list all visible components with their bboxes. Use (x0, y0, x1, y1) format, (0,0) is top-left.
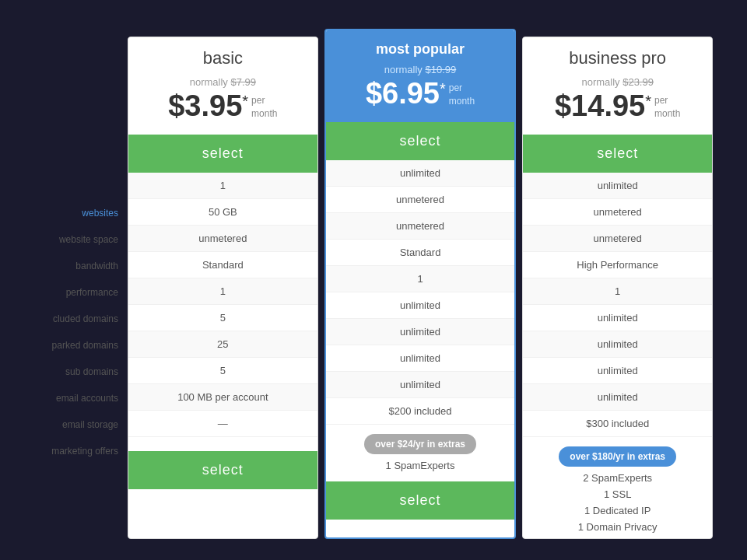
data-row-business-pro-6: unlimited (523, 331, 712, 358)
select-button-top-most-popular[interactable]: select (326, 122, 515, 160)
data-row-business-pro-0: unlimited (523, 173, 712, 199)
data-row-business-pro-3: High Performance (523, 252, 712, 278)
feature-label-cluded-domains: cluded domains (31, 306, 124, 332)
feature-label-email-accounts: email accounts (31, 385, 124, 411)
plan-name-basic: basic (136, 48, 310, 68)
features-column: websiteswebsite spacebandwidthperformanc… (31, 200, 124, 464)
select-button-top-basic[interactable]: select (128, 135, 317, 173)
data-row-most-popular-2: unmetered (326, 213, 515, 240)
data-row-basic-6: 25 (128, 331, 317, 358)
extras-item-most-popular-0: 1 SpamExperts (334, 457, 507, 474)
data-row-basic-5: 5 (128, 305, 317, 331)
extras-item-business-pro-3: 1 Domain Privacy (531, 519, 704, 535)
feature-label-bandwidth: bandwidth (31, 253, 124, 279)
feature-label-sub-domains: sub domains (31, 359, 124, 385)
data-row-business-pro-9: $300 included (523, 411, 712, 437)
price-asterisk-business-pro: * (645, 93, 651, 110)
plan-data-most-popular: unlimitedunmeteredunmeteredStandard1unli… (326, 160, 515, 425)
data-row-most-popular-8: unlimited (326, 372, 515, 398)
price-main-most-popular: $6.95 (366, 79, 440, 108)
select-button-bottom-most-popular[interactable]: select (326, 481, 515, 520)
plan-header-basic: basicnormally $7.99$3.95*permonth (128, 37, 317, 135)
select-button-bottom-basic[interactable]: select (128, 451, 317, 489)
data-row-basic-2: unmetered (128, 226, 317, 252)
data-row-most-popular-0: unlimited (326, 160, 515, 187)
data-row-business-pro-7: unlimited (523, 358, 712, 384)
data-row-business-pro-5: unlimited (523, 305, 712, 331)
extras-badge-business-pro: over $180/yr in extras (559, 446, 676, 467)
normal-price-basic: normally $7.99 (136, 76, 310, 88)
data-row-most-popular-9: $200 included (326, 398, 515, 425)
extras-badge-most-popular: over $24/yr in extras (364, 434, 476, 454)
data-row-basic-1: 50 GB (128, 199, 317, 226)
price-main-business-pro: $14.95 (555, 91, 645, 121)
price-asterisk-most-popular: * (440, 80, 446, 98)
normal-price-business-pro: normally $23.99 (531, 76, 704, 88)
data-row-most-popular-4: 1 (326, 266, 515, 292)
plan-header-business-pro: business pronormally $23.99$14.95*permon… (523, 37, 712, 135)
feature-label-marketing-offers: marketing offers (31, 438, 124, 464)
price-asterisk-basic: * (242, 93, 248, 110)
feature-label-websites: websites (31, 200, 124, 226)
price-row-most-popular: $6.95*permonth (334, 79, 507, 108)
data-row-basic-9: — (128, 411, 317, 437)
feature-label-performance: performance (31, 279, 124, 306)
data-row-most-popular-6: unlimited (326, 319, 515, 345)
price-main-basic: $3.95 (168, 91, 242, 121)
data-row-basic-4: 1 (128, 278, 317, 305)
plan-header-most-popular: most popularnormally $10.99$6.95*permont… (326, 30, 515, 122)
extras-item-business-pro-0: 2 SpamExperts (531, 470, 704, 486)
plan-basic: basicnormally $7.99$3.95*permonthselect1… (128, 37, 318, 539)
price-period-basic: permonth (251, 94, 277, 121)
feature-label-email-storage: email storage (31, 411, 124, 438)
data-row-most-popular-3: Standard (326, 240, 515, 266)
extras-item-business-pro-2: 1 Dedicated IP (531, 502, 704, 519)
data-row-most-popular-5: unlimited (326, 292, 515, 319)
data-row-basic-0: 1 (128, 173, 317, 199)
pricing-container: websiteswebsite spacebandwidthperformanc… (31, 21, 716, 539)
plan-name-most-popular: most popular (334, 41, 507, 58)
plan-data-business-pro: unlimitedunmeteredunmeteredHigh Performa… (523, 173, 712, 437)
plan-name-business-pro: business pro (531, 48, 704, 68)
select-button-top-business-pro[interactable]: select (523, 135, 712, 173)
extras-item-business-pro-1: 1 SSL (531, 486, 704, 502)
data-row-business-pro-4: 1 (523, 278, 712, 305)
data-row-business-pro-2: unmetered (523, 226, 712, 252)
plan-data-basic: 150 GBunmeteredStandard15255100 MB per a… (128, 173, 317, 437)
price-period-most-popular: permonth (449, 82, 475, 108)
price-period-business-pro: permonth (654, 94, 680, 121)
data-row-basic-3: Standard (128, 252, 317, 278)
price-row-basic: $3.95*permonth (136, 91, 310, 121)
feature-label-parked-domains: parked domains (31, 332, 124, 359)
extras-basic (128, 437, 317, 446)
price-row-business-pro: $14.95*permonth (531, 91, 704, 121)
plan-business-pro: business pronormally $23.99$14.95*permon… (522, 37, 713, 539)
data-row-most-popular-1: unmetered (326, 187, 515, 213)
extras-most-popular: over $24/yr in extras1 SpamExperts (326, 425, 515, 477)
data-row-business-pro-1: unmetered (523, 199, 712, 226)
plan-most-popular: most popularnormally $10.99$6.95*permont… (324, 29, 517, 539)
extras-business-pro: over $180/yr in extras2 SpamExperts1 SSL… (523, 437, 712, 538)
data-row-basic-7: 5 (128, 358, 317, 384)
plans-wrapper: basicnormally $7.99$3.95*permonthselect1… (124, 37, 716, 539)
feature-label-website-space: website space (31, 226, 124, 253)
data-row-business-pro-8: unlimited (523, 384, 712, 411)
data-row-basic-8: 100 MB per account (128, 384, 317, 411)
data-row-most-popular-7: unlimited (326, 345, 515, 372)
normal-price-most-popular: normally $10.99 (334, 64, 507, 75)
